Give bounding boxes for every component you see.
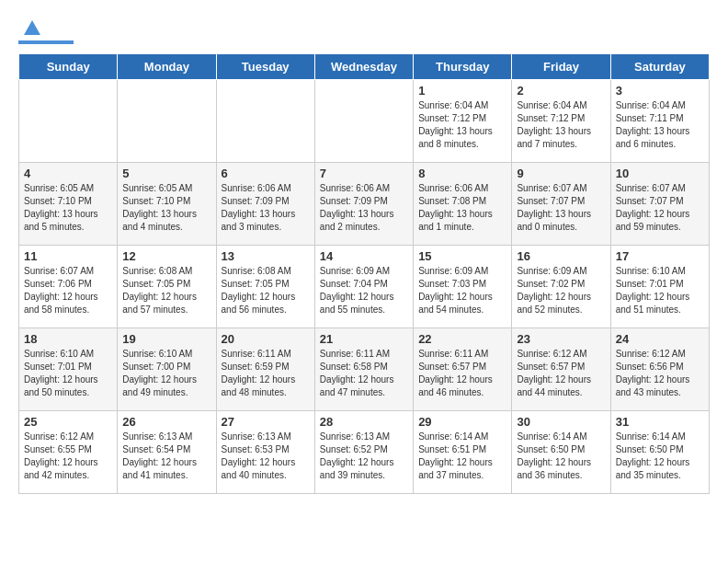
header-day-friday: Friday: [512, 54, 610, 80]
day-info: Sunrise: 6:09 AM Sunset: 7:03 PM Dayligh…: [418, 265, 506, 316]
day-info: Sunrise: 6:12 AM Sunset: 6:56 PM Dayligh…: [616, 348, 704, 399]
calendar-cell: [216, 80, 314, 163]
calendar-header: SundayMondayTuesdayWednesdayThursdayFrid…: [19, 54, 710, 80]
day-number: 24: [616, 332, 704, 346]
header-day-monday: Monday: [118, 54, 216, 80]
day-info: Sunrise: 6:05 AM Sunset: 7:10 PM Dayligh…: [24, 182, 112, 234]
calendar-cell: 22Sunrise: 6:11 AM Sunset: 6:57 PM Dayli…: [414, 328, 512, 411]
day-number: 8: [418, 167, 506, 180]
day-number: 23: [517, 332, 605, 346]
calendar-cell: 16Sunrise: 6:09 AM Sunset: 7:02 PM Dayli…: [512, 246, 610, 328]
calendar-cell: 15Sunrise: 6:09 AM Sunset: 7:03 PM Dayli…: [414, 246, 512, 328]
day-number: 29: [418, 415, 506, 429]
day-number: 15: [418, 249, 506, 263]
calendar-cell: 5Sunrise: 6:05 AM Sunset: 7:10 PM Daylig…: [118, 163, 216, 246]
day-info: Sunrise: 6:13 AM Sunset: 6:54 PM Dayligh…: [122, 431, 210, 482]
day-number: 26: [122, 415, 210, 429]
day-info: Sunrise: 6:06 AM Sunset: 7:08 PM Dayligh…: [418, 182, 506, 234]
calendar-cell: 4Sunrise: 6:05 AM Sunset: 7:10 PM Daylig…: [19, 163, 118, 246]
calendar-cell: 8Sunrise: 6:06 AM Sunset: 7:08 PM Daylig…: [414, 163, 512, 246]
day-info: Sunrise: 6:08 AM Sunset: 7:05 PM Dayligh…: [122, 265, 210, 316]
calendar-cell: 9Sunrise: 6:07 AM Sunset: 7:07 PM Daylig…: [512, 163, 610, 246]
calendar-table: SundayMondayTuesdayWednesdayThursdayFrid…: [18, 53, 710, 494]
day-number: 11: [24, 249, 112, 263]
calendar-cell: 26Sunrise: 6:13 AM Sunset: 6:54 PM Dayli…: [118, 411, 216, 494]
day-info: Sunrise: 6:11 AM Sunset: 6:59 PM Dayligh…: [222, 348, 310, 399]
day-info: Sunrise: 6:10 AM Sunset: 7:00 PM Dayligh…: [122, 348, 210, 399]
day-info: Sunrise: 6:13 AM Sunset: 6:53 PM Dayligh…: [222, 431, 310, 482]
day-info: Sunrise: 6:10 AM Sunset: 7:01 PM Dayligh…: [616, 265, 704, 316]
day-info: Sunrise: 6:14 AM Sunset: 6:50 PM Dayligh…: [517, 431, 605, 482]
day-info: Sunrise: 6:07 AM Sunset: 7:06 PM Dayligh…: [24, 265, 112, 316]
day-number: 13: [222, 249, 310, 263]
calendar-cell: 19Sunrise: 6:10 AM Sunset: 7:00 PM Dayli…: [118, 328, 216, 411]
day-info: Sunrise: 6:13 AM Sunset: 6:52 PM Dayligh…: [320, 431, 408, 482]
day-number: 31: [616, 415, 704, 429]
calendar-cell: 31Sunrise: 6:14 AM Sunset: 6:50 PM Dayli…: [610, 411, 709, 494]
header-day-sunday: Sunday: [19, 54, 118, 80]
day-info: Sunrise: 6:07 AM Sunset: 7:07 PM Dayligh…: [616, 182, 704, 234]
day-info: Sunrise: 6:04 AM Sunset: 7:12 PM Dayligh…: [517, 99, 605, 151]
day-number: 30: [517, 415, 605, 429]
calendar-cell: 17Sunrise: 6:10 AM Sunset: 7:01 PM Dayli…: [610, 246, 709, 328]
header-day-thursday: Thursday: [414, 54, 512, 80]
day-number: 2: [517, 84, 605, 98]
calendar-cell: 27Sunrise: 6:13 AM Sunset: 6:53 PM Dayli…: [216, 411, 314, 494]
week-row-3: 11Sunrise: 6:07 AM Sunset: 7:06 PM Dayli…: [19, 246, 710, 328]
week-row-5: 25Sunrise: 6:12 AM Sunset: 6:55 PM Dayli…: [19, 411, 710, 494]
calendar-cell: 20Sunrise: 6:11 AM Sunset: 6:59 PM Dayli…: [216, 328, 314, 411]
day-number: 1: [418, 84, 506, 98]
day-number: 28: [320, 415, 408, 429]
calendar-cell: 10Sunrise: 6:07 AM Sunset: 7:07 PM Dayli…: [610, 163, 709, 246]
day-info: Sunrise: 6:11 AM Sunset: 6:58 PM Dayligh…: [320, 348, 408, 399]
day-number: 14: [320, 249, 408, 263]
header-day-wednesday: Wednesday: [314, 54, 413, 80]
calendar-cell: 6Sunrise: 6:06 AM Sunset: 7:09 PM Daylig…: [216, 163, 314, 246]
day-number: 10: [616, 167, 704, 180]
logo-divider: [18, 40, 74, 44]
calendar-cell: [118, 80, 216, 163]
calendar-cell: [19, 80, 118, 163]
day-number: 12: [122, 249, 210, 263]
header-row: SundayMondayTuesdayWednesdayThursdayFrid…: [19, 54, 710, 80]
calendar-cell: 18Sunrise: 6:10 AM Sunset: 7:01 PM Dayli…: [19, 328, 118, 411]
svg-marker-0: [24, 20, 40, 35]
day-number: 6: [222, 167, 310, 180]
day-number: 5: [122, 167, 210, 180]
calendar-cell: 28Sunrise: 6:13 AM Sunset: 6:52 PM Dayli…: [314, 411, 413, 494]
day-info: Sunrise: 6:07 AM Sunset: 7:07 PM Dayligh…: [517, 182, 605, 234]
day-info: Sunrise: 6:09 AM Sunset: 7:04 PM Dayligh…: [320, 265, 408, 316]
calendar-cell: [314, 80, 413, 163]
day-number: 3: [616, 84, 704, 98]
calendar-cell: 1Sunrise: 6:04 AM Sunset: 7:12 PM Daylig…: [414, 80, 512, 163]
day-info: Sunrise: 6:06 AM Sunset: 7:09 PM Dayligh…: [320, 182, 408, 234]
week-row-2: 4Sunrise: 6:05 AM Sunset: 7:10 PM Daylig…: [19, 163, 710, 246]
logo: [18, 18, 74, 44]
day-info: Sunrise: 6:14 AM Sunset: 6:50 PM Dayligh…: [616, 431, 704, 482]
day-info: Sunrise: 6:09 AM Sunset: 7:02 PM Dayligh…: [517, 265, 605, 316]
day-number: 19: [122, 332, 210, 346]
calendar-cell: 30Sunrise: 6:14 AM Sunset: 6:50 PM Dayli…: [512, 411, 610, 494]
day-info: Sunrise: 6:12 AM Sunset: 6:57 PM Dayligh…: [517, 348, 605, 399]
day-number: 20: [222, 332, 310, 346]
calendar-cell: 3Sunrise: 6:04 AM Sunset: 7:11 PM Daylig…: [610, 80, 709, 163]
calendar-cell: 25Sunrise: 6:12 AM Sunset: 6:55 PM Dayli…: [19, 411, 118, 494]
day-info: Sunrise: 6:14 AM Sunset: 6:51 PM Dayligh…: [418, 431, 506, 482]
calendar-cell: 11Sunrise: 6:07 AM Sunset: 7:06 PM Dayli…: [19, 246, 118, 328]
week-row-1: 1Sunrise: 6:04 AM Sunset: 7:12 PM Daylig…: [19, 80, 710, 163]
day-info: Sunrise: 6:05 AM Sunset: 7:10 PM Dayligh…: [122, 182, 210, 234]
week-row-4: 18Sunrise: 6:10 AM Sunset: 7:01 PM Dayli…: [19, 328, 710, 411]
day-info: Sunrise: 6:04 AM Sunset: 7:12 PM Dayligh…: [418, 99, 506, 151]
day-info: Sunrise: 6:06 AM Sunset: 7:09 PM Dayligh…: [222, 182, 310, 234]
day-info: Sunrise: 6:12 AM Sunset: 6:55 PM Dayligh…: [24, 431, 112, 482]
logo-icon: [22, 18, 42, 39]
calendar-body: 1Sunrise: 6:04 AM Sunset: 7:12 PM Daylig…: [19, 80, 710, 494]
day-number: 9: [517, 167, 605, 180]
day-number: 21: [320, 332, 408, 346]
day-info: Sunrise: 6:04 AM Sunset: 7:11 PM Dayligh…: [616, 99, 704, 151]
day-info: Sunrise: 6:11 AM Sunset: 6:57 PM Dayligh…: [418, 348, 506, 399]
day-number: 18: [24, 332, 112, 346]
calendar-cell: 2Sunrise: 6:04 AM Sunset: 7:12 PM Daylig…: [512, 80, 610, 163]
calendar-cell: 13Sunrise: 6:08 AM Sunset: 7:05 PM Dayli…: [216, 246, 314, 328]
calendar-cell: 21Sunrise: 6:11 AM Sunset: 6:58 PM Dayli…: [314, 328, 413, 411]
